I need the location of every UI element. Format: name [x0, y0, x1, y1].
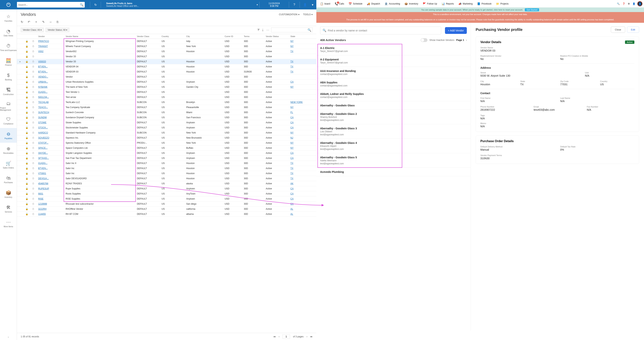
vendor-list-item[interactable]: A-1 ElectricTaryn_Streich7@gmail.com	[316, 44, 470, 55]
table-row[interactable]: 🔒🗋STATOF...Spectra Stationery OfficePROD…	[17, 140, 316, 146]
table-row[interactable]: ▸🔒🗋V00033Vendor 33DEFAULTUSHoustonUSD30D…	[17, 59, 316, 64]
state-link[interactable]: NY	[290, 45, 294, 48]
close-button[interactable]: Close	[611, 26, 625, 33]
add-icon[interactable]: ＋	[35, 20, 38, 24]
vendor-search[interactable]: 🔍	[320, 26, 441, 34]
table-row[interactable]: 🔒🗋SUNDWSundance Drywall CompanySUBCONUSS…	[17, 115, 316, 120]
fit-icon[interactable]: ↔	[49, 20, 52, 24]
state-link[interactable]: AL	[290, 213, 293, 215]
state-link[interactable]: NJ	[290, 136, 293, 139]
vendor-link[interactable]: SNYDE...	[38, 152, 48, 154]
table-row[interactable]: 🔒🗋RUPESUPRupe SuppliesDEFAULTUSAnytownUS…	[17, 186, 316, 191]
vendor-link[interactable]: BTVEN...	[38, 65, 48, 68]
state-link[interactable]: AL	[290, 208, 293, 210]
vendor-search-input[interactable]	[328, 29, 439, 32]
col-header[interactable]: City	[185, 34, 223, 39]
vendor-link[interactable]: V00033	[38, 60, 46, 63]
vendor-link[interactable]: TEACO...	[38, 106, 48, 109]
rnav-inventory[interactable]: 📦Inventory	[402, 2, 420, 6]
state-link[interactable]: CA	[290, 126, 294, 129]
toolbar-icon[interactable]: 🔍	[617, 2, 620, 5]
nav-finance[interactable]: 🧮Finance	[0, 54, 17, 69]
rnav-accounting[interactable]: 🏦Accounting	[382, 2, 402, 6]
last-page-icon[interactable]: ⏭	[310, 335, 312, 338]
vendor-list-item[interactable]: A-2 EquipmentTaryn_Streich7@gmail.com	[316, 55, 470, 67]
state-link[interactable]: CA	[290, 187, 294, 190]
edit-icon[interactable]: ✎	[42, 20, 45, 24]
first-page-icon[interactable]: ⏮	[274, 335, 276, 338]
refresh-icon[interactable]: ↻	[21, 20, 23, 24]
table-row[interactable]: 🔒🗋STOWEStowe SuppliesDEFAULTUSAnytownUSD…	[17, 120, 316, 125]
toolbar-icon[interactable]: 👤	[632, 2, 635, 5]
rnav-reports[interactable]: 📊Reports	[439, 2, 456, 6]
vendor-link[interactable]: 01ADG...	[38, 162, 48, 164]
nav-time-and-expenses[interactable]: ⏱Time and Expenses	[0, 40, 17, 54]
nav-data-views[interactable]: ◔Data Views	[0, 25, 17, 40]
state-link[interactable]: CA	[290, 198, 294, 200]
vendor-link[interactable]: PRINTICO	[38, 40, 49, 42]
col-header[interactable]: Country	[160, 34, 185, 39]
state-link[interactable]: TX	[290, 50, 293, 53]
table-row[interactable]: 🔒🗋01ADG...Test Vendor 1DEFAULTUSUSD30DAc…	[17, 90, 316, 95]
vendor-list-item[interactable]: Abernathy - Goodwin Glass 2Shanny Botsfo…	[316, 110, 470, 124]
rnav-calls[interactable]: 📞Calls	[332, 2, 346, 6]
company-selector[interactable]: SweetLife Fruits & Jams SweetLife Head O…	[102, 2, 258, 7]
vendor-link[interactable]: STOCK...	[38, 126, 48, 129]
state-link[interactable]: CA	[290, 121, 294, 124]
vendor-link[interactable]: 5001234...	[38, 96, 49, 98]
vendor-link[interactable]: 9001	[38, 192, 43, 195]
page-input[interactable]	[282, 334, 290, 339]
table-row[interactable]: 🔒🗋TRANSITWheels Transit CompanyDEFAULTUS…	[17, 44, 316, 49]
state-link[interactable]: NEW YORK	[290, 101, 302, 104]
vendor-link[interactable]: SQUEEZO	[38, 136, 49, 139]
vendor-list-item[interactable]: AAA Insurance and Bondingcontact@agaveap…	[316, 67, 470, 78]
table-row[interactable]: 🔒🗋STOCK...Stockmeister SuppliesDEFAULTUS…	[17, 125, 316, 130]
more-icon[interactable]: ⋯	[266, 28, 269, 32]
col-header[interactable]: Vendor Name	[64, 34, 136, 39]
state-link[interactable]: CA	[290, 157, 294, 160]
vendor-link[interactable]: SUNTECH	[38, 111, 49, 114]
prev-page-icon[interactable]: ‹	[279, 335, 280, 338]
table-row[interactable]: 🔒🗋5001234...Test arrowDEFAULTUSUSD30DAct…	[17, 95, 316, 100]
vendor-link[interactable]: TRANSIT	[38, 45, 48, 48]
rnav-dispatch[interactable]: 🚚Dispatch	[364, 2, 382, 6]
table-row[interactable]: 🔒🗋VT0001Salvr IncDEFAULTUSHoustonUSD30DA…	[17, 171, 316, 176]
nav-purchases[interactable]: 🛍Purchases	[0, 172, 17, 187]
expand-nav-icon[interactable]: ›	[0, 336, 16, 338]
grid-search-input[interactable]	[272, 28, 308, 31]
vendor-link[interactable]: URBAN...	[38, 80, 48, 83]
rnav-projects[interactable]: 📁Projects	[494, 2, 511, 6]
filter-icon[interactable]: ⧩	[257, 28, 260, 32]
rnav-board[interactable]: 📋board	[318, 2, 332, 6]
vendor-link[interactable]: 114455	[38, 213, 46, 215]
nav-project-management[interactable]: 🗂Project Management	[0, 99, 17, 113]
col-header[interactable]: Vendor Status	[264, 34, 289, 39]
vendor-list-item[interactable]: Abernathy - Goodwin Glass 5Adella Weiman…	[316, 153, 470, 168]
vendor-link[interactable]: RUPESUP	[38, 187, 49, 190]
add-vendor-button[interactable]: + Add Vendor	[445, 27, 467, 34]
vendor-status-filter[interactable]: Vendor Status: All ▾	[46, 28, 69, 32]
col-header[interactable]: Vendor	[37, 34, 64, 39]
vendor-link[interactable]: BTVEN...	[38, 70, 48, 73]
table-row[interactable]: 🔒🗋SPACE...Space Computers Ltd.DEFAULTUSB…	[17, 146, 316, 150]
next-page-icon[interactable]: ›	[306, 335, 307, 338]
table-row[interactable]: 🔒🗋V002Vendor002DEFAULTUSHoustonUSD30DAct…	[17, 49, 316, 54]
table-row[interactable]: 🔒🗋SQUEEZOSqueezo Inc.DEFAULTUSNew Brunsw…	[17, 135, 316, 140]
state-link[interactable]: TX	[290, 167, 293, 170]
vendor-link[interactable]: SFTAXD...	[38, 157, 49, 160]
col-header[interactable]	[24, 34, 30, 39]
show-inactive-toggle[interactable]	[421, 38, 428, 42]
vendor-link[interactable]: BTVEN...	[38, 167, 48, 170]
nav-construction[interactable]: 🏗Construction	[0, 84, 17, 99]
state-link[interactable]: TX	[290, 70, 293, 73]
table-row[interactable]: 🔒🗋Vendor 33DEFAULTUSUSD30DActive	[17, 54, 316, 59]
tools-menu[interactable]: TOOLS ▾	[303, 13, 312, 16]
refresh-icon[interactable]: ↻	[92, 1, 99, 8]
vendor-link[interactable]: NYBANK	[38, 86, 48, 88]
vendor-list-item[interactable]: Abernathy - Goodwin Glass 4Ellsworth Hil…	[316, 139, 470, 153]
toolbar-icon[interactable]: ⚙	[628, 2, 630, 5]
download-icon[interactable]: ⭳	[261, 28, 264, 32]
table-row[interactable]: 🔒🗋BTVEN...VENDOR 03DEFAULTUSHoustonUSD31…	[17, 69, 316, 74]
nav-compliance[interactable]: 🛡Compliance	[0, 113, 17, 128]
rnav-marketing[interactable]: 📣Marketing	[456, 2, 475, 6]
